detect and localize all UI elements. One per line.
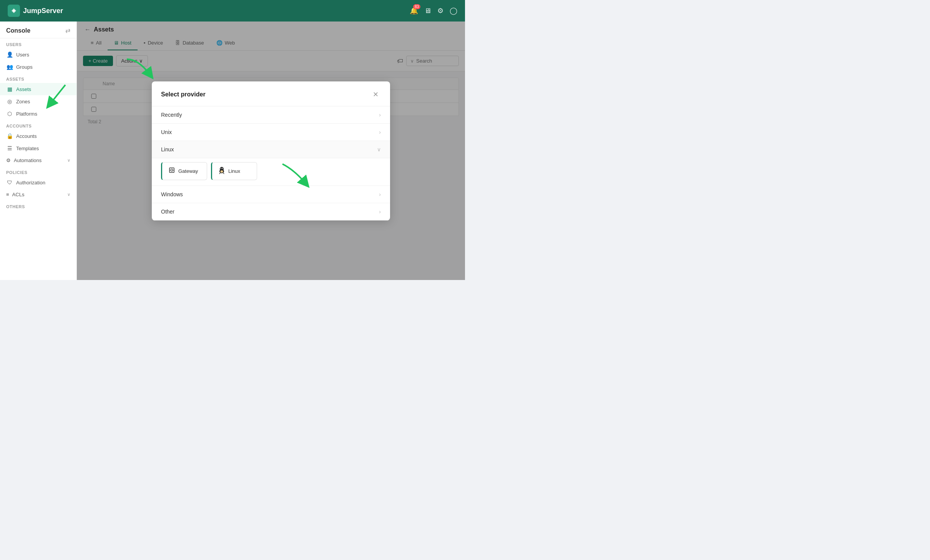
templates-icon: ☰ (6, 145, 13, 151)
notification-badge: 83 (413, 4, 420, 9)
layout: Console ⇄ USERS 👤 Users 👥 Groups ASSETS … (0, 22, 465, 280)
section-label-accounts: ACCOUNTS (0, 120, 76, 130)
modal-select-provider: Select provider ✕ Recently › Unix › Linu… (152, 81, 390, 220)
sidebar-title: Console (6, 27, 30, 34)
sidebar: Console ⇄ USERS 👤 Users 👥 Groups ASSETS … (0, 22, 77, 280)
sidebar-item-groups-label: Groups (16, 64, 33, 70)
svg-point-8 (221, 168, 221, 168)
linux-penguin-icon (218, 166, 225, 176)
svg-point-10 (221, 170, 223, 172)
logo-icon (8, 5, 20, 17)
provider-unix-chevron: › (379, 129, 381, 135)
sidebar-item-zones[interactable]: ◎ Zones (0, 95, 76, 108)
svg-rect-1 (171, 169, 173, 171)
sidebar-header: Console ⇄ (0, 22, 76, 38)
provider-recently-chevron: › (379, 112, 381, 118)
bell-icon[interactable]: 🔔 83 (410, 7, 418, 15)
acls-icon: ≡ (6, 192, 9, 197)
svg-point-9 (222, 168, 223, 168)
modal-overlay[interactable]: Select provider ✕ Recently › Unix › Linu… (77, 22, 465, 280)
subitem-linux-label: Linux (228, 168, 240, 174)
provider-unix-label: Unix (161, 129, 172, 135)
gear-icon[interactable]: ⚙ (437, 7, 443, 15)
svg-line-12 (223, 173, 224, 174)
modal-title: Select provider (161, 91, 206, 98)
sidebar-item-platforms-label: Platforms (16, 111, 37, 117)
sidebar-item-automations[interactable]: ⚙ Automations ∨ (0, 154, 76, 166)
topbar-right: 🔔 83 🖥 ⚙ ◯ (410, 7, 457, 15)
provider-other-label: Other (161, 209, 174, 215)
sidebar-item-platforms[interactable]: ⬡ Platforms (0, 108, 76, 120)
zones-icon: ◎ (6, 98, 13, 104)
sidebar-toggle[interactable]: ⇄ (65, 27, 70, 34)
automations-expand-arrow: ∨ (67, 158, 70, 163)
main-content: ← Assets ≡ All 🖥 Host ▪ Device 🗄 (77, 22, 465, 280)
gateway-icon (168, 167, 175, 176)
sidebar-item-authorization-label: Authorization (16, 180, 45, 186)
platforms-icon: ⬡ (6, 111, 13, 117)
sidebar-item-users[interactable]: 👤 Users (0, 48, 76, 61)
provider-unix[interactable]: Unix › (152, 124, 390, 141)
provider-recently-label: Recently (161, 112, 182, 118)
sidebar-item-users-label: Users (16, 52, 29, 58)
automations-icon: ⚙ (6, 157, 11, 163)
sidebar-item-assets-label: Assets (16, 86, 31, 92)
user-icon: 👤 (6, 51, 13, 58)
section-label-users: USERS (0, 38, 76, 48)
section-label-assets: ASSETS (0, 73, 76, 83)
modal-header: Select provider ✕ (152, 81, 390, 106)
sidebar-item-authorization[interactable]: 🛡 Authorization (0, 176, 76, 189)
subitem-gateway-label: Gateway (178, 168, 198, 174)
sidebar-item-templates[interactable]: ☰ Templates (0, 142, 76, 154)
sidebar-item-zones-label: Zones (16, 99, 30, 104)
app-logo: JumpServer (8, 5, 63, 17)
user-icon[interactable]: ◯ (450, 7, 457, 15)
app-name: JumpServer (23, 7, 63, 15)
accounts-icon: 🔒 (6, 133, 13, 139)
provider-windows[interactable]: Windows › (152, 186, 390, 203)
section-label-others: OTHERS (0, 200, 76, 210)
provider-other-chevron: › (379, 209, 381, 215)
sidebar-item-acls-label: ACLs (12, 192, 25, 197)
provider-windows-chevron: › (379, 191, 381, 197)
linux-subitems: Gateway (152, 158, 390, 186)
svg-line-11 (219, 173, 220, 174)
acls-expand-arrow: ∨ (67, 192, 70, 197)
sidebar-item-accounts[interactable]: 🔒 Accounts (0, 130, 76, 142)
provider-windows-label: Windows (161, 191, 183, 197)
modal-close-button[interactable]: ✕ (370, 89, 381, 100)
assets-icon: ▦ (6, 86, 13, 92)
subitem-gateway[interactable]: Gateway (161, 162, 207, 180)
sidebar-item-accounts-label: Accounts (16, 133, 37, 139)
provider-linux[interactable]: Linux ∨ (152, 141, 390, 158)
sidebar-item-assets[interactable]: ▦ Assets (0, 83, 76, 95)
provider-other[interactable]: Other › (152, 203, 390, 220)
sidebar-item-automations-label: Automations (14, 157, 42, 163)
subitem-linux[interactable]: Linux (211, 162, 257, 180)
sidebar-item-groups[interactable]: 👥 Groups (0, 61, 76, 73)
topbar: JumpServer 🔔 83 🖥 ⚙ ◯ (0, 0, 465, 22)
sidebar-item-templates-label: Templates (16, 146, 39, 151)
sidebar-item-acls[interactable]: ≡ ACLs ∨ (0, 189, 76, 200)
provider-linux-label: Linux (161, 146, 174, 152)
provider-linux-chevron: ∨ (377, 146, 381, 152)
section-label-policies: POLICIES (0, 166, 76, 176)
provider-recently[interactable]: Recently › (152, 106, 390, 124)
authorization-icon: 🛡 (6, 179, 13, 186)
monitor-icon[interactable]: 🖥 (424, 7, 431, 15)
groups-icon: 👥 (6, 64, 13, 70)
